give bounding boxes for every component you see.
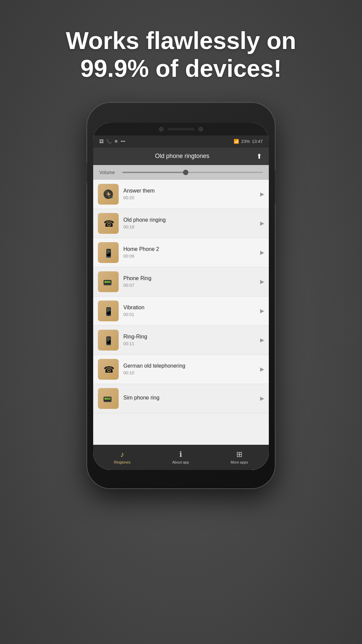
ringtone-name: Ring-Ring bbox=[123, 334, 255, 340]
more-apps-nav-label: More apps bbox=[231, 460, 248, 464]
ringtone-info: Vibration 00:01 bbox=[123, 305, 255, 317]
play-icon[interactable]: ▶ bbox=[260, 191, 264, 197]
app-toolbar: Old phone ringtones ⬆ bbox=[93, 148, 269, 165]
ringtone-icon: 📟 bbox=[98, 388, 119, 409]
ringtone-item[interactable]: 📱 Home Phone 2 00:09 ▶ bbox=[93, 238, 269, 267]
ringtone-duration: 00:20 bbox=[123, 195, 255, 200]
ringtones-nav-icon: ♪ bbox=[120, 450, 124, 459]
svg-text:☎: ☎ bbox=[104, 365, 114, 375]
play-icon[interactable]: ▶ bbox=[260, 337, 264, 343]
tagline: Works flawlessly on 99.9% of devices! bbox=[46, 27, 316, 83]
front-camera bbox=[159, 127, 164, 131]
volume-label: Volume bbox=[99, 170, 118, 175]
ringtone-item[interactable]: 📱 Ring-Ring 00:11 ▶ bbox=[93, 326, 269, 355]
sensor bbox=[198, 127, 203, 131]
about-nav-label: About app bbox=[172, 460, 189, 464]
volume-fill bbox=[122, 172, 186, 173]
dropbox-icon: ❄ bbox=[114, 139, 118, 144]
ringtone-item[interactable]: ☎ German old telephonering 00:10 ▶ bbox=[93, 355, 269, 384]
nav-about[interactable]: ℹ About app bbox=[172, 450, 189, 464]
ringtone-info: Answer them 00:20 bbox=[123, 188, 255, 200]
play-icon[interactable]: ▶ bbox=[260, 220, 264, 226]
phone-screen: 🖼 📞 ❄ ••• 📶 23% 13:47 Old phone ringtone… bbox=[93, 123, 269, 470]
ringtone-info: Phone Ring 00:07 bbox=[123, 275, 255, 288]
ringtone-duration: 00:09 bbox=[123, 254, 255, 259]
ringtone-info: Home Phone 2 00:09 bbox=[123, 246, 255, 259]
ringtone-item[interactable]: 📱 Vibration 00:01 ▶ bbox=[93, 297, 269, 326]
more-icon: ••• bbox=[121, 139, 125, 144]
svg-text:📱: 📱 bbox=[104, 336, 114, 345]
ringtone-icon: ☎ bbox=[98, 213, 119, 234]
ringtone-duration: 00:11 bbox=[123, 341, 255, 346]
play-icon[interactable]: ▶ bbox=[260, 395, 264, 401]
ringtone-duration: 00:10 bbox=[123, 370, 255, 375]
play-icon[interactable]: ▶ bbox=[260, 278, 264, 285]
volume-track[interactable] bbox=[122, 172, 263, 173]
ringtone-name: German old telephonering bbox=[123, 363, 255, 369]
svg-text:📱: 📱 bbox=[104, 307, 114, 316]
ringtone-item[interactable]: ☎ Old phone ringing 00:18 ▶ bbox=[93, 209, 269, 238]
bottom-navigation: ♪ Ringtones ℹ About app ⊞ More apps bbox=[93, 445, 269, 470]
ringtone-item[interactable]: 📟 Phone Ring 00:07 ▶ bbox=[93, 267, 269, 297]
ringtone-icon: 📞 bbox=[98, 184, 119, 205]
play-icon[interactable]: ▶ bbox=[260, 308, 264, 314]
phone-mockup: 🖼 📞 ❄ ••• 📶 23% 13:47 Old phone ringtone… bbox=[87, 103, 275, 488]
phone-camera-bar bbox=[93, 123, 269, 136]
ringtone-icon: 📟 bbox=[98, 271, 119, 292]
ringtone-info: Sim phone ring bbox=[123, 395, 255, 402]
phone-shell: 🖼 📞 ❄ ••• 📶 23% 13:47 Old phone ringtone… bbox=[87, 103, 275, 488]
more-apps-nav-icon: ⊞ bbox=[236, 450, 242, 459]
ringtone-name: Answer them bbox=[123, 188, 255, 194]
volume-thumb[interactable] bbox=[183, 170, 188, 175]
status-bar: 🖼 📞 ❄ ••• 📶 23% 13:47 bbox=[93, 136, 269, 148]
play-icon[interactable]: ▶ bbox=[260, 366, 264, 372]
ringtone-name: Phone Ring bbox=[123, 275, 255, 281]
ringtone-icon: 📱 bbox=[98, 301, 119, 321]
ringtone-info: Ring-Ring 00:11 bbox=[123, 334, 255, 346]
ringtone-item[interactable]: 📟 Sim phone ring ▶ bbox=[93, 384, 269, 413]
ringtone-name: Sim phone ring bbox=[123, 395, 255, 401]
ringtone-icon: ☎ bbox=[98, 359, 119, 380]
play-icon[interactable]: ▶ bbox=[260, 249, 264, 256]
phone-power-button bbox=[275, 170, 277, 203]
svg-text:📞: 📞 bbox=[105, 191, 113, 199]
ringtone-icon: 📱 bbox=[98, 330, 119, 351]
signal-icon: 📶 bbox=[234, 139, 239, 144]
status-left-icons: 🖼 📞 ❄ ••• bbox=[99, 139, 125, 144]
ringtone-duration: 00:18 bbox=[123, 224, 255, 229]
battery-text: 23% bbox=[241, 139, 250, 144]
ringtone-name: Home Phone 2 bbox=[123, 246, 255, 252]
ringtone-name: Vibration bbox=[123, 305, 255, 311]
speaker bbox=[168, 128, 194, 130]
tagline-line2: 99.9% of devices! bbox=[80, 55, 282, 82]
ringtone-list: 📞 Answer them 00:20 ▶ ☎ Old phone ringin… bbox=[93, 180, 269, 445]
svg-text:📱: 📱 bbox=[104, 248, 114, 258]
ringtone-duration: 00:07 bbox=[123, 283, 255, 288]
about-nav-icon: ℹ bbox=[179, 450, 182, 459]
share-icon[interactable]: ⬆ bbox=[256, 152, 262, 160]
svg-text:☎: ☎ bbox=[104, 219, 114, 229]
ringtone-name: Old phone ringing bbox=[123, 217, 255, 223]
volume-control[interactable]: Volume bbox=[93, 165, 269, 180]
ringtone-duration: 00:01 bbox=[123, 312, 255, 317]
svg-text:📟: 📟 bbox=[103, 395, 112, 404]
app-title: Old phone ringtones bbox=[155, 153, 209, 160]
ringtone-info: German old telephonering 00:10 bbox=[123, 363, 255, 375]
svg-text:📟: 📟 bbox=[103, 278, 112, 287]
tagline-line1: Works flawlessly on bbox=[66, 27, 296, 54]
ringtones-nav-label: Ringtones bbox=[114, 460, 131, 464]
status-right-info: 📶 23% 13:47 bbox=[234, 139, 263, 144]
ringtone-info: Old phone ringing 00:18 bbox=[123, 217, 255, 229]
phone-volume-button bbox=[85, 163, 87, 183]
call-icon: 📞 bbox=[106, 139, 112, 144]
nav-ringtones[interactable]: ♪ Ringtones bbox=[114, 450, 131, 464]
ringtone-icon: 📱 bbox=[98, 242, 119, 263]
ringtone-item[interactable]: 📞 Answer them 00:20 ▶ bbox=[93, 180, 269, 209]
time-text: 13:47 bbox=[252, 139, 263, 144]
nav-more-apps[interactable]: ⊞ More apps bbox=[231, 450, 248, 464]
photo-icon: 🖼 bbox=[99, 139, 104, 144]
